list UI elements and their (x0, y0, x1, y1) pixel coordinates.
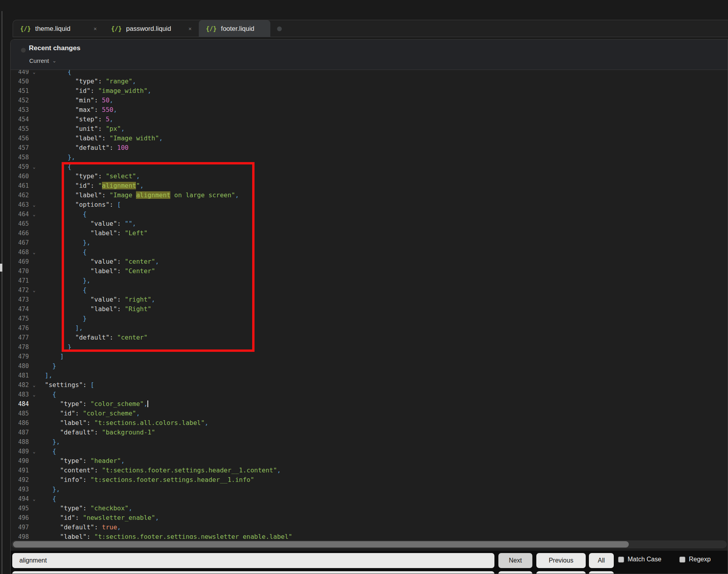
fold-chevron-icon[interactable]: ⌄ (33, 162, 36, 172)
code-line[interactable]: 480 } (11, 361, 728, 371)
code-text: "info": "t:sections.footer.settings.head… (37, 475, 254, 485)
code-line[interactable]: 486 "label": "t:sections.all.colors.labe… (11, 418, 728, 428)
regexp-checkbox[interactable] (679, 557, 685, 563)
code-line[interactable]: 483⌄ { (11, 390, 728, 399)
code-line[interactable]: 464⌄ { (11, 210, 728, 219)
code-line[interactable]: 461 "id": "alignment", (11, 181, 728, 191)
fold-chevron-icon[interactable]: ⌄ (33, 390, 36, 400)
previous-button[interactable]: Previous (536, 553, 586, 568)
regexp-option[interactable]: Regexp (679, 556, 711, 563)
line-number: 462 (18, 191, 29, 200)
fold-chevron-icon[interactable]: ⌄ (33, 248, 36, 257)
fold-chevron-icon[interactable]: ⌄ (33, 70, 36, 77)
code-line[interactable]: 474 "label": "Right" (11, 304, 728, 314)
code-line[interactable]: 481 ], (11, 371, 728, 380)
code-line[interactable]: 487 "default": "background-1" (11, 428, 728, 437)
line-number: 490 (18, 456, 29, 466)
next-button[interactable]: Next (498, 553, 532, 568)
code-line[interactable]: 492 "info": "t:sections.footer.settings.… (11, 475, 728, 485)
code-line[interactable]: 478 } (11, 342, 728, 352)
code-line[interactable]: 471 }, (11, 276, 728, 285)
code-line[interactable]: 463⌄ "options": [ (11, 200, 728, 210)
code-line[interactable]: 473 "value": "right", (11, 295, 728, 304)
version-dropdown[interactable]: Current ⌄ (29, 57, 57, 64)
replace-input-cutoff[interactable] (12, 571, 494, 574)
line-number: 465 (18, 219, 29, 228)
code-line[interactable]: 456 "label": "Image width", (11, 134, 728, 143)
window-left-edge (2, 11, 2, 574)
code-viewport[interactable]: 449⌄ {450 "type": "range",451 "id": "ima… (11, 70, 728, 539)
code-line[interactable]: 494⌄ { (11, 494, 728, 504)
tab-label: footer.liquid (221, 25, 254, 32)
tab-password-liquid[interactable]: {/} password.liquid × (104, 20, 199, 37)
code-line[interactable]: 460 "type": "select", (11, 172, 728, 181)
fold-chevron-icon[interactable]: ⌄ (33, 210, 36, 219)
code-line[interactable]: 477 "default": "center" (11, 333, 728, 342)
code-line[interactable]: 475 } (11, 314, 728, 323)
close-icon[interactable]: × (189, 26, 192, 32)
code-line[interactable]: 466 "label": "Left" (11, 228, 728, 238)
code-line[interactable]: 482⌄ "settings": [ (11, 380, 728, 390)
line-number: 473 (18, 295, 29, 304)
code-line[interactable]: 468⌄ { (11, 247, 728, 257)
code-line[interactable]: 497 "default": true, (11, 523, 728, 532)
code-line[interactable]: 491 "content": "t:sections.footer.settin… (11, 466, 728, 475)
line-number: 494 (18, 494, 29, 504)
fold-chevron-icon[interactable]: ⌄ (33, 381, 36, 390)
code-line[interactable]: 498 "label": "t:sections.footer.settings… (11, 532, 728, 539)
code-line[interactable]: 469 "value": "center", (11, 257, 728, 266)
close-icon[interactable]: × (94, 26, 97, 32)
code-line[interactable]: 496 "id": "newsletter_enable", (11, 513, 728, 523)
code-text: { (37, 447, 56, 456)
code-line[interactable]: 493 }, (11, 485, 728, 494)
replace-button-cutoff[interactable] (498, 571, 532, 574)
scrollbar-thumb[interactable] (13, 541, 629, 548)
code-line[interactable]: 472⌄ { (11, 285, 728, 295)
code-line[interactable]: 449⌄ { (11, 70, 728, 77)
text-cursor (147, 400, 148, 407)
match-case-checkbox[interactable] (618, 557, 624, 563)
code-line[interactable]: 467 }, (11, 238, 728, 247)
code-line[interactable]: 457 "default": 100 (11, 143, 728, 153)
code-line[interactable]: 476 ], (11, 323, 728, 333)
fold-chevron-icon[interactable]: ⌄ (33, 495, 36, 504)
code-text: "default": true, (37, 523, 121, 532)
code-line[interactable]: 450 "type": "range", (11, 77, 728, 86)
code-line[interactable]: 479 ] (11, 352, 728, 361)
scrollbar-track[interactable] (11, 540, 727, 548)
code-text: { (37, 494, 56, 504)
code-text: "content": "t:sections.footer.settings.h… (37, 466, 281, 475)
search-input[interactable] (12, 553, 494, 568)
code-text: { (37, 285, 87, 295)
tab-footer-liquid-active[interactable]: {/} footer.liquid (199, 20, 270, 37)
code-line[interactable]: 465 "value": "", (11, 219, 728, 228)
match-case-option[interactable]: Match Case (618, 556, 661, 563)
code-line[interactable]: 470 "label": "Center" (11, 266, 728, 276)
fold-chevron-icon[interactable]: ⌄ (33, 200, 36, 210)
code-line[interactable]: 453 "max": 550, (11, 105, 728, 115)
code-line[interactable]: 490 "type": "header", (11, 456, 728, 466)
fold-chevron-icon[interactable]: ⌄ (33, 447, 36, 457)
code-line[interactable]: 484 "type": "color_scheme", (11, 399, 728, 409)
line-number: 451 (18, 86, 29, 96)
code-line[interactable]: 495 "type": "checkbox", (11, 504, 728, 513)
code-text: "id": "color_scheme", (37, 409, 140, 418)
all-button[interactable]: All (589, 553, 614, 568)
code-line[interactable]: 458 }, (11, 153, 728, 162)
code-text: "label": "Left" (37, 228, 147, 238)
replace-button-cutoff[interactable] (536, 571, 586, 574)
code-line[interactable]: 451 "id": "image_width", (11, 86, 728, 96)
code-line[interactable]: 489⌄ { (11, 447, 728, 456)
code-line[interactable]: 459⌄ { (11, 162, 728, 172)
code-line[interactable]: 462 "label": "Image alignment on large s… (11, 191, 728, 200)
replace-button-cutoff[interactable] (589, 571, 614, 574)
code-line[interactable]: 454 "step": 5, (11, 115, 728, 124)
code-line[interactable]: 488 }, (11, 437, 728, 447)
code-line[interactable]: 485 "id": "color_scheme", (11, 409, 728, 418)
fold-chevron-icon[interactable]: ⌄ (33, 286, 36, 295)
tab-theme-liquid[interactable]: {/} theme.liquid × (13, 20, 104, 37)
line-number: 479 (18, 352, 29, 361)
code-line[interactable]: 452 "min": 50, (11, 96, 728, 105)
line-number: 493 (18, 485, 29, 494)
code-line[interactable]: 455 "unit": "px", (11, 124, 728, 134)
